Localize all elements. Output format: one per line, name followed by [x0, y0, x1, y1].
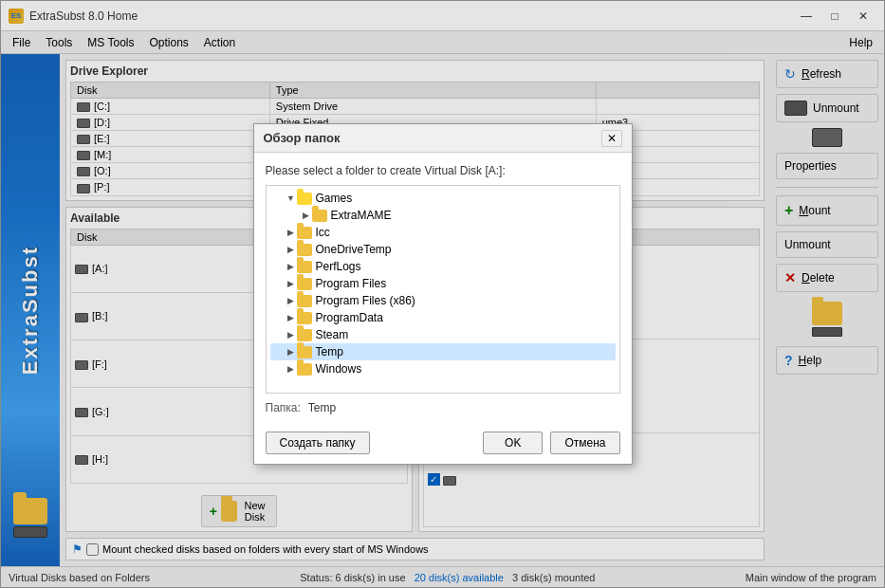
tree-arrow: ▶: [286, 347, 297, 357]
folder-icon: [297, 346, 312, 358]
folder-tree[interactable]: ▼ Games ▶ ExtraMAME ▶ Icc: [266, 185, 620, 394]
tree-item-programfilesx86[interactable]: ▶ Program Files (x86): [270, 292, 616, 309]
modal-instruction: Please select a folder to create Virtual…: [266, 164, 620, 177]
folder-icon: [312, 210, 327, 222]
folder-icon: [297, 244, 312, 256]
tree-arrow: ▶: [286, 262, 297, 271]
tree-item-steam[interactable]: ▶ Steam: [270, 326, 616, 343]
tree-arrow: ▶: [286, 330, 297, 340]
modal-body: Please select a folder to create Virtual…: [254, 153, 632, 426]
tree-label: Steam: [316, 328, 349, 341]
modal-footer: Создать папку OK Отмена: [254, 426, 632, 464]
tree-item-extramame[interactable]: ▶ ExtraMAME: [270, 207, 616, 224]
folder-icon: [297, 295, 312, 307]
tree-label: Program Files (x86): [316, 294, 415, 307]
tree-label: Program Files: [316, 277, 387, 290]
tree-item-onedrivemp[interactable]: ▶ OneDriveTemp: [270, 241, 616, 258]
modal-overlay: Обзор папок ✕ Please select a folder to …: [0, 0, 885, 588]
tree-arrow: ▼: [286, 193, 297, 203]
tree-label: OneDriveTemp: [316, 243, 392, 256]
tree-arrow: ▶: [286, 313, 297, 322]
tree-label: Windows: [316, 362, 362, 376]
tree-arrow: ▶: [286, 245, 297, 254]
tree-label: Games: [316, 192, 353, 205]
folder-icon: [297, 193, 312, 205]
tree-label: Temp: [316, 345, 343, 358]
modal-close-button[interactable]: ✕: [601, 130, 622, 147]
tree-item-temp[interactable]: ▶ Temp: [270, 343, 616, 360]
folder-icon: [297, 312, 312, 324]
modal-title: Обзор папок: [264, 131, 341, 145]
modal-ok-cancel-row: OK Отмена: [483, 432, 619, 454]
folder-icon: [297, 329, 312, 341]
tree-item-icc[interactable]: ▶ Icc: [270, 224, 616, 241]
tree-item-games[interactable]: ▼ Games: [270, 190, 616, 207]
tree-arrow: ▶: [301, 211, 312, 220]
tree-label: ExtraMAME: [331, 209, 392, 222]
tree-item-windows[interactable]: ▶ Windows: [270, 360, 616, 377]
folder-icon: [297, 363, 312, 376]
folder-label: Папка:: [266, 401, 301, 414]
tree-arrow: ▶: [286, 279, 297, 288]
tree-arrow: ▶: [286, 364, 297, 374]
tree-label: ProgramData: [316, 311, 383, 324]
folder-icon: [297, 278, 312, 290]
folder-icon: [297, 227, 312, 239]
folder-icon: [297, 261, 312, 273]
tree-arrow: ▶: [286, 228, 297, 237]
folder-value: Temp: [308, 401, 336, 414]
ok-button[interactable]: OK: [483, 432, 543, 454]
folder-path-row: Папка: Temp: [266, 401, 620, 414]
tree-label: PerfLogs: [316, 260, 361, 273]
tree-arrow: ▶: [286, 296, 297, 305]
create-folder-button[interactable]: Создать папку: [266, 432, 370, 454]
tree-item-programdata[interactable]: ▶ ProgramData: [270, 309, 616, 326]
folder-browser-dialog: Обзор папок ✕ Please select a folder to …: [253, 123, 633, 465]
tree-label: Icc: [316, 226, 330, 239]
tree-item-programfiles[interactable]: ▶ Program Files: [270, 275, 616, 292]
tree-item-perflogs[interactable]: ▶ PerfLogs: [270, 258, 616, 275]
modal-title-bar: Обзор папок ✕: [254, 124, 632, 153]
cancel-button[interactable]: Отмена: [550, 432, 619, 454]
